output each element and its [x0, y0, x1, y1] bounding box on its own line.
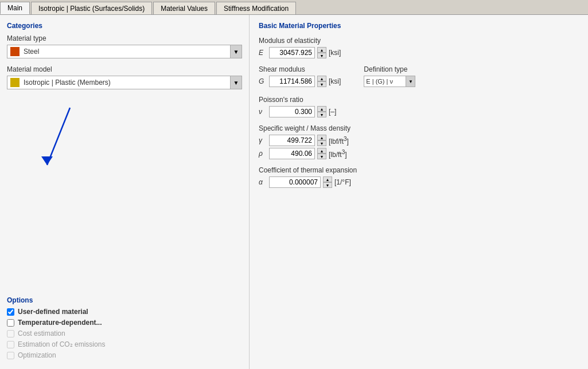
options-label: Options: [7, 296, 242, 304]
gamma-unit: [lbf/ft3]: [329, 136, 349, 146]
tab-isotropic[interactable]: Isotropic | Plastic (Surfaces/Solids): [31, 2, 152, 14]
content-area: Categories Material type Steel ▼ Materia…: [0, 15, 588, 369]
material-model-value: Isotropic | Plastic (Members): [22, 78, 230, 87]
material-model-label: Material model: [7, 65, 242, 73]
modulus-label: Modulus of elasticity: [259, 37, 579, 45]
modulus-input[interactable]: [269, 47, 315, 58]
alpha-spinner: ▲ ▼: [323, 176, 332, 188]
checkbox-label-optimization: Optimization: [18, 351, 56, 359]
shear-spinner-down[interactable]: ▼: [317, 81, 326, 87]
basic-props-title: Basic Material Properties: [259, 22, 579, 30]
modulus-spinner-up[interactable]: ▲: [317, 47, 326, 53]
rho-spinner-down[interactable]: ▼: [317, 154, 326, 159]
alpha-unit: [1/°F]: [334, 178, 351, 186]
rho-spinner: ▲ ▼: [317, 148, 326, 159]
alpha-spinner-down[interactable]: ▼: [323, 182, 332, 188]
rho-letter: ρ: [259, 150, 267, 158]
tab-main[interactable]: Main: [0, 2, 30, 14]
shear-row: G ▲ ▼ [ksi]: [259, 76, 341, 87]
material-type-color-swatch: [10, 47, 20, 56]
definition-type-value: E | (G) | ν: [364, 78, 406, 85]
shear-spinner: ▲ ▼: [317, 76, 326, 87]
alpha-letter: α: [259, 178, 267, 186]
definition-type-label: Definition type: [364, 65, 415, 73]
poisson-spinner-up[interactable]: ▲: [317, 106, 326, 112]
shear-block: Shear modulus G ▲ ▼ [ksi]: [259, 65, 341, 89]
modulus-unit: [ksi]: [329, 49, 341, 57]
options-section: Options User-defined material Temperatur…: [7, 296, 242, 362]
blue-arrow-annotation: [36, 102, 104, 178]
rho-input[interactable]: [269, 148, 315, 159]
checkbox-label-cost-estimation: Cost estimation: [18, 329, 65, 337]
checkbox-label-user-defined: User-defined material: [18, 308, 88, 316]
shear-letter: G: [259, 77, 267, 85]
material-type-arrow[interactable]: ▼: [230, 45, 242, 58]
modulus-row: E ▲ ▼ [ksi]: [259, 47, 579, 58]
poisson-block: Poisson's ratio ν ▲ ▼ [–]: [259, 96, 579, 117]
poisson-unit: [–]: [329, 108, 336, 116]
checkbox-row-optimization: Optimization: [7, 351, 242, 359]
specific-weight-block: Specific weight / Mass density γ ▲ ▼ [lb…: [259, 124, 579, 159]
definition-type-arrow[interactable]: ▼: [406, 76, 415, 87]
poisson-spinner-down[interactable]: ▼: [317, 112, 326, 117]
poisson-letter: ν: [259, 108, 267, 116]
material-type-label: Material type: [7, 34, 242, 42]
alpha-spinner-up[interactable]: ▲: [323, 176, 332, 182]
alpha-input[interactable]: [269, 176, 321, 188]
checkbox-row-temp-dependent: Temperature-dependent...: [7, 319, 242, 327]
checkbox-row-user-defined: User-defined material: [7, 308, 242, 316]
arrow-annotation-area: [7, 96, 242, 287]
poisson-input[interactable]: [269, 106, 315, 117]
material-type-value: Steel: [22, 48, 230, 56]
checkbox-optimization[interactable]: [7, 352, 14, 359]
checkbox-row-co2-estimation: Estimation of CO₂ emissions: [7, 340, 242, 348]
gamma-spinner: ▲ ▼: [317, 135, 326, 146]
gamma-letter: γ: [259, 136, 267, 144]
tab-stiffness[interactable]: Stiffness Modification: [216, 2, 296, 14]
checkbox-cost-estimation[interactable]: [7, 330, 14, 337]
poisson-label: Poisson's ratio: [259, 96, 579, 104]
poisson-row: ν ▲ ▼ [–]: [259, 106, 579, 117]
checkbox-co2-estimation[interactable]: [7, 341, 14, 348]
left-panel: Categories Material type Steel ▼ Materia…: [0, 15, 250, 369]
categories-label: Categories: [7, 22, 242, 30]
shear-definition-row: Shear modulus G ▲ ▼ [ksi] Definition typ…: [259, 65, 579, 96]
tab-material-values[interactable]: Material Values: [153, 2, 215, 14]
alpha-row: α ▲ ▼ [1/°F]: [259, 176, 579, 188]
definition-type-dropdown[interactable]: E | (G) | ν ▼: [364, 76, 415, 87]
checkbox-user-defined[interactable]: [7, 308, 14, 316]
modulus-spinner: ▲ ▼: [317, 47, 326, 58]
poisson-spinner: ▲ ▼: [317, 106, 326, 117]
material-model-color-swatch: [10, 78, 20, 87]
material-model-dropdown[interactable]: Isotropic | Plastic (Members) ▼: [7, 76, 242, 89]
rho-spinner-up[interactable]: ▲: [317, 148, 326, 154]
thermal-label: Coefficient of thermal expansion: [259, 166, 579, 174]
definition-type-block: Definition type E | (G) | ν ▼: [364, 65, 415, 87]
right-panel: Basic Material Properties Modulus of ela…: [250, 15, 588, 369]
material-type-dropdown[interactable]: Steel ▼: [7, 45, 242, 58]
gamma-row: γ ▲ ▼ [lbf/ft3]: [259, 135, 579, 146]
modulus-letter: E: [259, 49, 267, 57]
material-model-arrow[interactable]: ▼: [230, 76, 242, 89]
rho-row: ρ ▲ ▼ [lb/ft3]: [259, 148, 579, 159]
rho-unit: [lb/ft3]: [329, 149, 347, 159]
shear-unit: [ksi]: [329, 77, 341, 85]
gamma-spinner-up[interactable]: ▲: [317, 135, 326, 140]
shear-label: Shear modulus: [259, 65, 341, 73]
shear-input[interactable]: [269, 76, 315, 87]
arrow-svg: [36, 102, 104, 176]
specific-weight-label: Specific weight / Mass density: [259, 124, 579, 132]
shear-spinner-up[interactable]: ▲: [317, 76, 326, 81]
modulus-block: Modulus of elasticity E ▲ ▼ [ksi]: [259, 37, 579, 58]
checkbox-label-temp-dependent: Temperature-dependent...: [18, 319, 102, 327]
thermal-block: Coefficient of thermal expansion α ▲ ▼ […: [259, 166, 579, 188]
checkbox-temp-dependent[interactable]: [7, 319, 14, 327]
checkbox-label-co2-estimation: Estimation of CO₂ emissions: [18, 340, 105, 348]
checkbox-row-cost-estimation: Cost estimation: [7, 329, 242, 337]
tab-bar: Main Isotropic | Plastic (Surfaces/Solid…: [0, 0, 588, 15]
gamma-input[interactable]: [269, 135, 315, 146]
modulus-spinner-down[interactable]: ▼: [317, 53, 326, 58]
gamma-spinner-down[interactable]: ▼: [317, 140, 326, 146]
svg-marker-1: [41, 156, 53, 165]
